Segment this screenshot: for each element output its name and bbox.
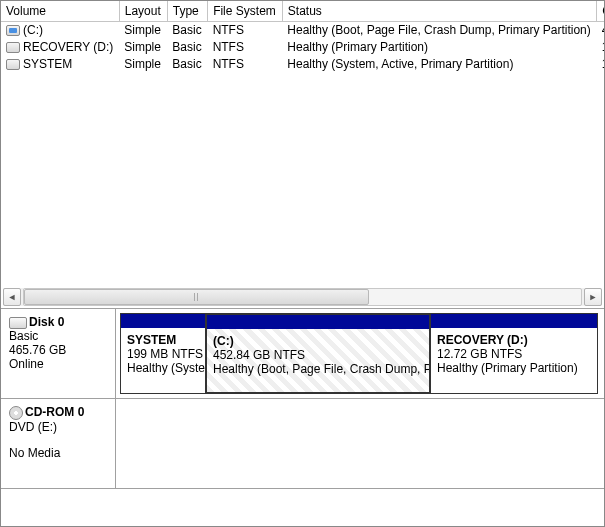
disk-row-cdrom: CD-ROM 0 DVD (E:) No Media — [1, 399, 604, 489]
scroll-left-button[interactable]: ◄ — [3, 288, 21, 306]
disk0-state: Online — [9, 357, 109, 371]
disk0-kind: Basic — [9, 329, 109, 343]
volume-layout: Simple — [119, 55, 167, 72]
partition-name: SYSTEM — [127, 333, 199, 347]
partition-block[interactable]: (C:)452.84 GB NTFSHealthy (Boot, Page Fi… — [205, 313, 431, 394]
partition-details: 12.72 GB NTFS — [437, 347, 591, 361]
col-volume[interactable]: Volume — [1, 1, 119, 21]
cdrom-kind: DVD (E:) — [9, 420, 109, 434]
cdrom-media-area — [116, 399, 604, 488]
partition-name: RECOVERY (D:) — [437, 333, 591, 347]
disk-layout-panel: Disk 0 Basic 465.76 GB Online SYSTEM199 … — [1, 309, 604, 525]
volume-type: Basic — [167, 21, 207, 38]
disk-icon — [9, 317, 27, 329]
volume-name: SYSTEM — [23, 57, 72, 71]
volume-fs: NTFS — [208, 38, 283, 55]
volume-status: Healthy (System, Active, Primary Partiti… — [282, 55, 596, 72]
col-status[interactable]: Status — [282, 1, 596, 21]
partition-health: Healthy (Primary Partition) — [437, 361, 591, 375]
volume-icon — [6, 25, 20, 36]
volume-layout: Simple — [119, 21, 167, 38]
volume-fs: NTFS — [208, 21, 283, 38]
table-row[interactable]: SYSTEMSimpleBasicNTFSHealthy (System, Ac… — [1, 55, 604, 72]
partition-block[interactable]: RECOVERY (D:)12.72 GB NTFSHealthy (Prima… — [430, 313, 598, 394]
cdrom-icon — [9, 406, 23, 420]
partition-color-bar — [431, 314, 597, 328]
disk0-info: Disk 0 Basic 465.76 GB Online — [1, 309, 116, 398]
col-layout[interactable]: Layout — [119, 1, 167, 21]
partition-health: Healthy (Syste — [127, 361, 199, 375]
horizontal-scrollbar[interactable]: ◄ ► — [3, 288, 602, 306]
partition-color-bar — [207, 315, 429, 329]
volume-capacity: 199 — [597, 55, 604, 72]
partition-color-bar — [121, 314, 205, 328]
disk0-partitions: SYSTEM199 MB NTFSHealthy (Syste(C:)452.8… — [116, 309, 604, 398]
volume-icon — [6, 42, 20, 53]
cdrom-info: CD-ROM 0 DVD (E:) No Media — [1, 399, 116, 488]
volume-layout: Simple — [119, 38, 167, 55]
scroll-track[interactable] — [23, 288, 582, 306]
col-capacity[interactable]: Cap — [597, 1, 604, 21]
volume-table: Volume Layout Type File System Status Ca… — [1, 1, 604, 72]
volume-name: (C:) — [23, 23, 43, 37]
scroll-right-button[interactable]: ► — [584, 288, 602, 306]
disk0-title: Disk 0 — [29, 315, 64, 329]
disk0-size: 465.76 GB — [9, 343, 109, 357]
partition-details: 199 MB NTFS — [127, 347, 199, 361]
volume-type: Basic — [167, 38, 207, 55]
table-row[interactable]: RECOVERY (D:)SimpleBasicNTFSHealthy (Pri… — [1, 38, 604, 55]
volume-fs: NTFS — [208, 55, 283, 72]
scroll-thumb[interactable] — [24, 289, 369, 305]
volume-status: Healthy (Boot, Page File, Crash Dump, Pr… — [282, 21, 596, 38]
volume-icon — [6, 59, 20, 70]
volume-name: RECOVERY (D:) — [23, 40, 113, 54]
volume-capacity: 452 — [597, 21, 604, 38]
volume-capacity: 12.7 — [597, 38, 604, 55]
disk-row-disk0: Disk 0 Basic 465.76 GB Online SYSTEM199 … — [1, 309, 604, 399]
volume-status: Healthy (Primary Partition) — [282, 38, 596, 55]
table-row[interactable]: (C:)SimpleBasicNTFSHealthy (Boot, Page F… — [1, 21, 604, 38]
col-filesystem[interactable]: File System — [208, 1, 283, 21]
partition-health: Healthy (Boot, Page File, Crash Dump, P — [213, 362, 423, 376]
partition-details: 452.84 GB NTFS — [213, 348, 423, 362]
volume-list-panel: Volume Layout Type File System Status Ca… — [1, 1, 604, 309]
volume-type: Basic — [167, 55, 207, 72]
volume-header-row: Volume Layout Type File System Status Ca… — [1, 1, 604, 21]
cdrom-title: CD-ROM 0 — [25, 405, 84, 419]
partition-name: (C:) — [213, 334, 423, 348]
partition-block[interactable]: SYSTEM199 MB NTFSHealthy (Syste — [120, 313, 206, 394]
cdrom-state: No Media — [9, 446, 109, 460]
col-type[interactable]: Type — [167, 1, 207, 21]
